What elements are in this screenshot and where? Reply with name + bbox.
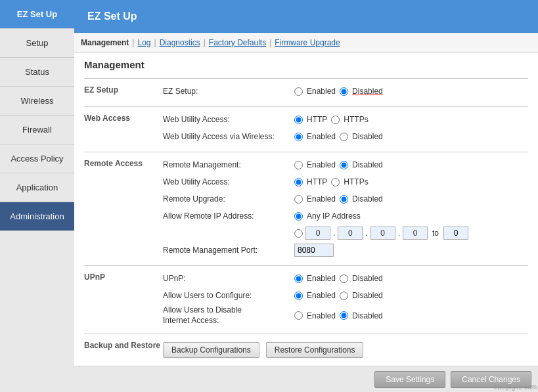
field-label-web-utility-access: Web Utility Access: [163,115,294,124]
tab-factory-defaults[interactable]: Factory Defaults [209,38,266,47]
section-content-remote-access: Remote Management: Enabled Disabled Web … [163,158,528,260]
field-allow-disable-internet: Allow Users to DisableInternet Access: E… [163,305,528,326]
field-controls-remote-mgmt-port [294,244,334,257]
field-controls-allow-remote-ip: Any IP Address [294,211,361,221]
section-label-ez-setup: EZ Setup [84,84,163,101]
ww-enabled-label: Enabled [307,132,336,141]
restore-configurations-button[interactable]: Restore Configurations [266,342,364,358]
sidebar-item-setup[interactable]: Setup [0,29,74,58]
field-remote-web-utility: Web Utility Access: HTTP HTTPs [163,175,528,189]
rm-enabled-radio[interactable] [294,161,303,169]
field-label-remote-web-utility: Web Utility Access: [163,177,294,186]
field-label-allow-disable-internet: Allow Users to DisableInternet Access: [163,305,294,326]
rw-http-label: HTTP [307,177,327,186]
sidebar-item-firewall[interactable]: Firewall [0,116,74,144]
main-content: Management EZ Setup EZ Setup: Enabled Di… [74,53,538,366]
field-ez-setup: EZ Setup: Enabled Disabled [163,84,528,98]
section-upnp: UPnP UPnP: Enabled Disabled Allow Users … [84,265,528,334]
topnav: EZ Set Up [74,0,538,33]
ad-enabled-label: Enabled [307,311,336,320]
field-remote-management: Remote Management: Enabled Disabled [163,158,528,172]
sidebar-item-application[interactable]: Application [0,173,74,202]
section-content-backup-restore: Backup Configurations Restore Configurat… [163,339,528,358]
upnp-disabled-label: Disabled [352,274,383,283]
rm-enabled-label: Enabled [307,160,336,169]
ad-enabled-radio[interactable] [294,311,303,320]
field-label-web-utility-wireless: Web Utility Access via Wireless: [163,132,294,141]
ip-field-1[interactable] [305,227,330,240]
field-label-remote-mgmt-port: Remote Management Port: [163,246,294,255]
ac-disabled-label: Disabled [352,291,383,300]
tabbar: Management | Log | Diagnostics | Factory… [74,33,538,53]
ad-disabled-radio[interactable] [340,311,348,320]
ac-enabled-radio[interactable] [294,292,303,300]
tab-management[interactable]: Management [81,38,129,47]
section-label-upnp: UPnP [84,271,163,328]
ac-enabled-label: Enabled [307,291,336,300]
section-ez-setup: EZ Setup EZ Setup: Enabled Disabled [84,78,528,106]
section-web-access: Web Access Web Utility Access: HTTP HTTP… [84,106,528,152]
web-http-label: HTTP [307,115,327,124]
ac-disabled-radio[interactable] [340,292,348,300]
field-web-utility-wireless: Web Utility Access via Wireless: Enabled… [163,129,528,144]
ez-enabled-radio[interactable] [294,87,303,96]
ru-enabled-radio[interactable] [294,195,303,204]
field-label-ez-setup: EZ Setup: [163,87,294,96]
tab-diagnostics[interactable]: Diagnostics [160,38,200,47]
bottom-bar: Save Settings Cancel Changes [74,366,538,392]
upnp-enabled-label: Enabled [307,274,336,283]
rw-http-radio[interactable] [294,178,303,186]
watermark: bbs.pigoo.com [494,383,537,391]
sidebar-item-wireless[interactable]: Wireless [0,87,74,116]
ip-field-3[interactable] [370,227,395,240]
ww-disabled-radio[interactable] [340,133,348,141]
ad-disabled-label: Disabled [352,311,383,320]
web-http-radio[interactable] [294,116,303,124]
field-label-upnp: UPnP: [163,274,294,283]
ri-range-radio[interactable] [294,229,303,238]
ip-field-2[interactable] [338,227,363,240]
page-title: Management [84,59,528,70]
field-label-allow-configure: Allow Users to Configure: [163,291,294,300]
sidebar-item-ez-set-up[interactable]: EZ Set Up [0,0,74,29]
ez-disabled-radio[interactable] [340,87,348,96]
ru-enabled-label: Enabled [307,194,336,204]
field-controls-remote-web-utility: HTTP HTTPs [294,177,369,186]
ez-enabled-label: Enabled [307,87,336,96]
field-remote-upgrade: Remote Upgrade: Enabled Disabled [163,192,528,206]
upnp-enabled-radio[interactable] [294,274,303,283]
field-controls-allow-configure: Enabled Disabled [294,291,383,300]
field-label-remote-management: Remote Management: [163,160,294,169]
tab-log[interactable]: Log [137,38,150,47]
ip-field-4[interactable] [403,227,428,240]
sidebar-item-access-policy[interactable]: Access Policy [0,144,74,173]
ru-disabled-label: Disabled [352,194,383,204]
field-label-allow-remote-ip: Allow Remote IP Address: [163,211,294,221]
sidebar-item-status[interactable]: Status [0,58,74,87]
web-https-radio[interactable] [331,116,340,124]
ip-field-to[interactable] [443,227,468,240]
tab-firmware-upgrade[interactable]: Firmware Upgrade [275,38,340,47]
field-remote-mgmt-port: Remote Management Port: [163,243,528,257]
ru-disabled-radio[interactable] [340,195,348,204]
ez-disabled-label: Disabled [352,87,383,96]
sidebar-item-administration[interactable]: Administration [0,202,74,231]
sidebar: EZ Set Up Setup Status Wireless Firewall… [0,0,74,392]
ww-enabled-radio[interactable] [294,133,303,141]
ri-any-radio[interactable] [294,212,303,221]
field-controls-ez-setup: Enabled Disabled [294,87,383,96]
backup-configurations-button[interactable]: Backup Configurations [163,342,259,358]
field-allow-remote-ip: Allow Remote IP Address: Any IP Address [163,209,528,223]
rm-disabled-radio[interactable] [340,161,348,169]
save-settings-button[interactable]: Save Settings [374,371,445,388]
section-content-ez-setup: EZ Setup: Enabled Disabled [163,84,528,101]
field-allow-configure: Allow Users to Configure: Enabled Disabl… [163,288,528,303]
rw-https-radio[interactable] [331,178,340,186]
field-controls-upnp: Enabled Disabled [294,274,383,283]
upnp-disabled-radio[interactable] [340,274,348,283]
section-label-web-access: Web Access [84,112,163,146]
topnav-title: EZ Set Up [87,11,137,22]
port-field[interactable] [294,244,334,257]
field-label-remote-upgrade: Remote Upgrade: [163,194,294,204]
section-remote-access: Remote Access Remote Management: Enabled… [84,152,528,265]
